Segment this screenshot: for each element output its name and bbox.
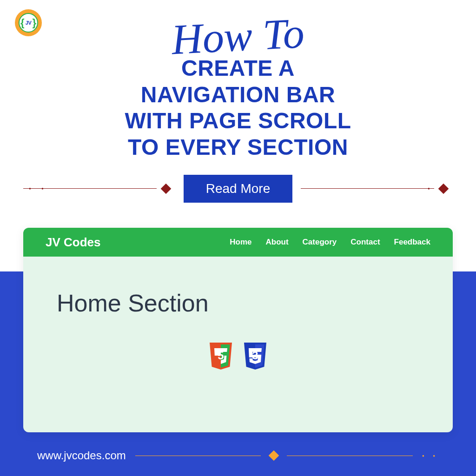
demo-brand: JV Codes [46, 235, 101, 250]
cta-divider: ● ● Read More ● ● [0, 175, 476, 203]
diamond-icon-left [160, 183, 171, 194]
logo-inner: { JV } [19, 13, 38, 33]
footer-line-right [287, 456, 413, 456]
headline-line-4: TO EVERY SECTION [0, 134, 476, 161]
nav-link-contact[interactable]: Contact [350, 238, 380, 247]
read-more-button[interactable]: Read More [184, 175, 293, 203]
nav-link-category[interactable]: Category [303, 238, 337, 247]
brand-logo: { JV } [15, 9, 42, 36]
logo-text: JV [26, 20, 31, 26]
brace-left-icon: { [20, 17, 25, 29]
demo-preview: JV Codes Home About Category Contact Fee… [23, 228, 453, 432]
main-headline: CREATE A NAVIGATION BAR WITH PAGE SCROLL… [0, 55, 476, 161]
svg-text:3: 3 [252, 349, 258, 362]
divider-dots-left: ● ● [29, 186, 48, 191]
headline-line-2: NAVIGATION BAR [0, 82, 476, 108]
brace-right-icon: } [32, 17, 36, 29]
css3-icon: 3 [242, 343, 268, 372]
heading-block: How To CREATE A NAVIGATION BAR WITH PAGE… [0, 0, 476, 161]
section-title: Home Section [23, 257, 453, 317]
demo-nav-links: Home About Category Contact Feedback [230, 238, 430, 247]
footer-url: www.jvcodes.com [37, 449, 126, 462]
footer-dots: ● ● [422, 454, 439, 458]
svg-text:5: 5 [218, 349, 224, 362]
script-heading: How To [171, 8, 306, 65]
star-icon [269, 451, 278, 460]
footer: www.jvcodes.com ● ● [0, 449, 476, 462]
nav-link-about[interactable]: About [266, 238, 289, 247]
divider-dots-right: ● ● [428, 186, 447, 191]
demo-navbar: JV Codes Home About Category Contact Fee… [23, 228, 453, 257]
tech-icons: 5 3 [23, 343, 453, 372]
footer-line-left [135, 456, 261, 456]
nav-link-feedback[interactable]: Feedback [394, 238, 430, 247]
nav-link-home[interactable]: Home [230, 238, 251, 247]
html5-icon: 5 [208, 343, 234, 372]
headline-line-3: WITH PAGE SCROLL [0, 108, 476, 134]
divider-line-right [301, 188, 434, 189]
